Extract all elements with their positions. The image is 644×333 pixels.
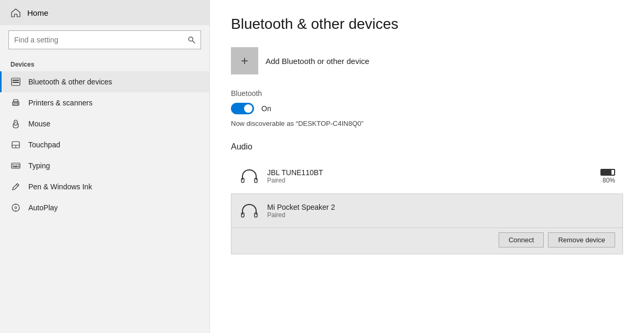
sidebar-item-touchpad[interactable]: Touchpad xyxy=(0,134,209,155)
headphone-icon-jbl xyxy=(239,166,260,187)
svg-rect-19 xyxy=(13,166,14,167)
device-item-mi[interactable]: Mi Pocket Speaker 2 Paired xyxy=(231,194,623,228)
sidebar-item-label-bluetooth: Bluetooth & other devices xyxy=(28,78,112,86)
remove-device-button[interactable]: Remove device xyxy=(548,232,615,248)
sidebar-section-label: Devices xyxy=(0,57,209,71)
device-status-mi: Paired xyxy=(267,211,615,219)
sidebar-item-label-autoplay: AutoPlay xyxy=(28,203,58,212)
device-list: JBL TUNE110BT Paired 80% xyxy=(231,159,623,254)
add-device-label: Add Bluetooth or other device xyxy=(266,57,369,66)
search-box[interactable] xyxy=(8,30,201,49)
sidebar-item-mouse[interactable]: Mouse xyxy=(0,113,209,134)
headphone-icon-mi xyxy=(239,200,260,221)
bluetooth-toggle[interactable] xyxy=(231,103,254,114)
device-name-mi: Mi Pocket Speaker 2 xyxy=(267,203,615,211)
svg-rect-7 xyxy=(14,103,18,105)
sidebar-item-label-typing: Typing xyxy=(28,162,50,170)
svg-rect-4 xyxy=(13,82,19,83)
sidebar-item-printers[interactable]: Printers & scanners xyxy=(0,92,209,113)
sidebar-item-label-touchpad: Touchpad xyxy=(28,141,60,149)
typing-icon xyxy=(10,160,21,171)
sidebar-home[interactable]: Home xyxy=(0,0,209,25)
sidebar-item-bluetooth[interactable]: Bluetooth & other devices xyxy=(0,71,209,92)
svg-rect-3 xyxy=(13,80,19,81)
add-device-plus-icon: + xyxy=(231,47,258,74)
device-battery-jbl: 80% xyxy=(600,169,615,184)
mouse-icon xyxy=(10,119,21,129)
sidebar-item-label-printers: Printers & scanners xyxy=(28,99,92,107)
bluetooth-toggle-row: On xyxy=(231,103,623,114)
device-name-jbl: JBL TUNE110BT xyxy=(267,168,600,177)
home-icon xyxy=(10,7,21,18)
autoplay-icon xyxy=(10,202,21,213)
add-device-button[interactable]: + Add Bluetooth or other device xyxy=(231,47,623,74)
search-box-wrapper xyxy=(0,25,209,57)
audio-section: Audio JBL TUNE110BT Paired xyxy=(231,142,623,254)
svg-rect-21 xyxy=(18,166,19,167)
search-input[interactable] xyxy=(14,36,188,44)
sidebar-item-pen[interactable]: Pen & Windows Ink xyxy=(0,176,209,197)
device-actions: Connect Remove device xyxy=(231,228,623,254)
svg-rect-15 xyxy=(13,165,14,166)
battery-icon-jbl xyxy=(600,169,615,176)
home-label: Home xyxy=(27,8,48,17)
device-item-jbl[interactable]: JBL TUNE110BT Paired 80% xyxy=(231,159,623,194)
bluetooth-heading: Bluetooth xyxy=(231,89,623,98)
battery-fill-jbl xyxy=(601,170,611,175)
battery-pct-jbl: 80% xyxy=(603,177,615,184)
main-content: Bluetooth & other devices + Add Bluetoot… xyxy=(210,0,644,333)
printer-icon xyxy=(10,98,21,108)
sidebar-item-autoplay[interactable]: AutoPlay xyxy=(0,197,209,218)
connect-button[interactable]: Connect xyxy=(499,232,544,248)
svg-rect-14 xyxy=(12,163,20,168)
discoverable-text: Now discoverable as “DESKTOP-C4IN8Q0” xyxy=(231,120,623,127)
search-icon xyxy=(188,36,195,44)
page-title: Bluetooth & other devices xyxy=(231,16,623,33)
touchpad-icon xyxy=(10,139,21,150)
sidebar: Home Devices Bluetoot xyxy=(0,0,210,333)
svg-point-8 xyxy=(17,103,18,104)
device-info-jbl: JBL TUNE110BT Paired xyxy=(267,168,600,184)
device-info-mi: Mi Pocket Speaker 2 Paired xyxy=(267,203,615,219)
svg-rect-16 xyxy=(15,165,16,166)
sidebar-item-typing[interactable]: Typing xyxy=(0,155,209,176)
toggle-on-label: On xyxy=(261,104,271,113)
svg-line-1 xyxy=(193,41,195,43)
svg-rect-20 xyxy=(14,166,18,167)
svg-rect-18 xyxy=(18,165,19,166)
device-status-jbl: Paired xyxy=(267,177,600,184)
bluetooth-icon xyxy=(10,77,21,87)
sidebar-item-label-mouse: Mouse xyxy=(28,120,50,128)
svg-rect-17 xyxy=(16,165,17,166)
svg-line-22 xyxy=(16,185,18,186)
pen-icon xyxy=(10,181,21,192)
sidebar-item-label-pen: Pen & Windows Ink xyxy=(28,182,92,191)
svg-point-24 xyxy=(15,207,17,209)
sidebar-nav: Bluetooth & other devices Printers & sca… xyxy=(0,71,209,218)
audio-section-title: Audio xyxy=(231,142,623,152)
svg-point-23 xyxy=(12,204,19,211)
battery-body-jbl xyxy=(600,169,615,176)
bluetooth-section: Bluetooth On Now discoverable as “DESKTO… xyxy=(231,89,623,127)
